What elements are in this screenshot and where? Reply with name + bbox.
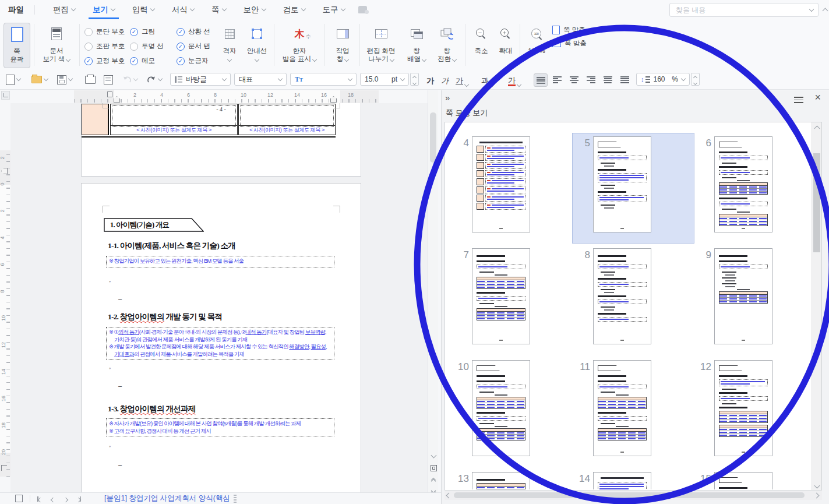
document-page-5[interactable]: 1. 아이템(기술) 개요 1-1. 아이템(제품, 서비스 혹은 기술) 소개…: [81, 183, 361, 492]
window-arrange-dropdown-icon[interactable]: [422, 57, 426, 62]
menu-item-도구[interactable]: 도구: [314, 0, 354, 19]
new-document-button[interactable]: [6, 73, 20, 86]
thumbnail-toggle-icon[interactable]: [15, 495, 23, 502]
split-view-button[interactable]: 편집 화면나누기: [363, 23, 399, 67]
task-pane-dropdown-icon[interactable]: [344, 57, 349, 62]
align-distribute-button[interactable]: [601, 73, 614, 86]
page-thumbnail-10[interactable]: 10: [451, 357, 573, 467]
style-combo[interactable]: 바탕글: [170, 73, 231, 86]
view-toggle-조판 부호[interactable]: 조판 부호: [84, 42, 130, 51]
undo-dropdown-icon[interactable]: [133, 76, 138, 81]
thumbnail-page[interactable]: [472, 360, 530, 456]
align-justify-button[interactable]: [534, 73, 548, 87]
page-thumbnail-15[interactable]: 15: [694, 469, 812, 489]
page-thumbnail-12[interactable]: 12: [694, 357, 812, 467]
thumbnail-page[interactable]: [593, 472, 651, 489]
thumbnail-page[interactable]: [472, 248, 530, 344]
view-toggle-문서 탭[interactable]: ✓문서 탭: [177, 42, 217, 51]
first-tab-button[interactable]: [37, 494, 42, 504]
guide-box-1-3[interactable]: ※ 자사가 개발(보유) 중인 아이템에 대해 본 사업 참여(5개월)를 통해…: [106, 418, 334, 436]
font-color-button[interactable]: 가: [508, 73, 521, 87]
save-button[interactable]: [57, 73, 72, 86]
spinner-up-icon[interactable]: [693, 75, 697, 79]
scrollbar-thumb[interactable]: [454, 492, 805, 498]
guideline-dropdown-icon[interactable]: [255, 57, 259, 62]
font-color-dropdown-icon[interactable]: [517, 82, 521, 87]
page-thumbnail-7[interactable]: 7: [451, 245, 573, 355]
char-overlap-button[interactable]: 과: [481, 73, 494, 87]
align-left-button[interactable]: [551, 73, 563, 86]
preset-combo[interactable]: 대표: [234, 73, 287, 86]
hanja-pronunciation-button[interactable]: 木수 한자발음 표시: [279, 23, 320, 67]
page-thumbnail-8[interactable]: 8: [573, 245, 694, 355]
heading-1-3[interactable]: 1-3. 창업아이템의 개선과제: [108, 404, 195, 414]
scrollbar-thumb[interactable]: [813, 153, 820, 252]
ruler-corner-button[interactable]: [1, 91, 10, 100]
prev-tab-button[interactable]: [51, 494, 55, 504]
ribbon-collapse-icon[interactable]: [823, 8, 828, 14]
style-dropdown-icon[interactable]: [222, 76, 227, 80]
spinner-down-icon[interactable]: [412, 80, 417, 84]
thumbnail-page[interactable]: [714, 360, 772, 456]
panel-horizontal-scrollbar[interactable]: [445, 490, 822, 500]
page-thumbnail-13[interactable]: 13: [451, 469, 573, 489]
tab-splitter-handle[interactable]: [234, 495, 237, 503]
open-dropdown-icon[interactable]: [44, 76, 48, 81]
menu-item-보안[interactable]: 보안: [235, 0, 274, 19]
thumbnail-page[interactable]: [472, 136, 530, 232]
align-divide-button[interactable]: [618, 73, 631, 86]
page-thumbnail-14[interactable]: 14: [573, 469, 694, 489]
search-input[interactable]: [675, 5, 810, 15]
align-center-button[interactable]: [567, 73, 580, 86]
preset-dropdown-icon[interactable]: [278, 76, 283, 80]
menu-item-서식[interactable]: 서식: [163, 0, 203, 19]
scroll-down-button[interactable]: [429, 450, 438, 460]
first-line-indent-marker[interactable]: [107, 91, 112, 97]
view-toggle-그림[interactable]: ✓그림: [130, 27, 175, 36]
panel-vertical-scrollbar[interactable]: [812, 122, 821, 491]
document-tab[interactable]: [붙임1] 창업기업 사업계획서 양식(핵심: [104, 494, 230, 503]
underline-button[interactable]: 가: [456, 73, 468, 87]
line-spacing-combo[interactable]: ↕160%: [636, 73, 690, 86]
new-document-dropdown-icon[interactable]: [16, 76, 21, 81]
menu-item-입력[interactable]: 입력: [124, 0, 163, 19]
underline-dropdown-icon[interactable]: [464, 82, 469, 87]
panel-scroll-down-button[interactable]: [812, 481, 822, 491]
redo-button[interactable]: [147, 73, 162, 86]
line-spacing-dropdown-icon[interactable]: [681, 76, 686, 80]
view-toggle-메모[interactable]: ✓메모: [130, 57, 175, 65]
thumbnail-page[interactable]: [472, 472, 530, 489]
thumbnail-page[interactable]: [593, 360, 651, 456]
spinner-down-icon[interactable]: [693, 80, 697, 84]
hanja-dropdown-icon[interactable]: [312, 57, 317, 62]
menu-file[interactable]: 파일: [8, 5, 24, 15]
panel-menu-icon[interactable]: [794, 97, 803, 103]
horizontal-ruler[interactable]: 24681012141618: [10, 90, 428, 103]
window-switch-dropdown-icon[interactable]: [452, 57, 457, 62]
fit-width-button[interactable]: ↔폭 맞춤: [552, 38, 587, 48]
font-combo[interactable]: TT: [290, 73, 357, 86]
menu-addon-icon[interactable]: [358, 6, 367, 13]
heading-1-1[interactable]: 1-1. 아이템(제품, 서비스 혹은 기술) 소개: [108, 241, 235, 251]
undo-button[interactable]: [122, 73, 137, 86]
vertical-ruler[interactable]: 202468101214161820: [0, 104, 10, 492]
document-vertical-scrollbar[interactable]: [428, 90, 438, 492]
guideline-button[interactable]: 안내선: [244, 23, 270, 67]
heading-1-2[interactable]: 1-2. 창업아이템의 개발 동기 및 목적: [108, 312, 222, 322]
window-arrange-button[interactable]: 창배열: [403, 23, 430, 67]
spinner-up-icon[interactable]: [412, 75, 417, 79]
zoom-in-button[interactable]: + 확대: [494, 23, 517, 67]
zoom-100-button[interactable]: 100 100%: [523, 23, 550, 67]
thumbnail-page[interactable]: [593, 248, 651, 344]
open-button[interactable]: [31, 73, 48, 86]
menu-item-쪽[interactable]: 쪽: [203, 0, 235, 19]
line-spacing-spinner[interactable]: [691, 73, 700, 86]
save-dropdown-icon[interactable]: [68, 76, 73, 81]
search-box[interactable]: [669, 3, 819, 17]
guide-box-1-1[interactable]: ※ 창업기업이 보유하고 있는 원천기술, 핵심 BM 모델 등을 서술: [106, 256, 334, 267]
menu-item-보기[interactable]: 보기: [84, 0, 124, 19]
window-switch-button[interactable]: 창전환: [433, 23, 460, 67]
page-thumbnail-9[interactable]: 9: [694, 245, 812, 355]
panel-collapse-icon[interactable]: »: [445, 93, 450, 103]
font-dropdown-icon[interactable]: [348, 76, 352, 80]
